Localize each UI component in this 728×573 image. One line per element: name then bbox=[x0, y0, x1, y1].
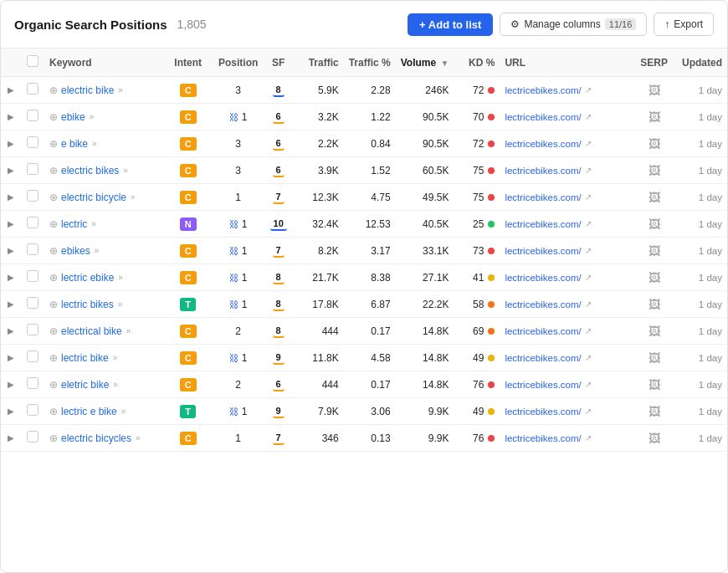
url-link[interactable]: lectricebikes.com/ bbox=[505, 299, 581, 310]
url-link[interactable]: lectricebikes.com/ bbox=[505, 85, 581, 95]
url-link[interactable]: lectricebikes.com/ bbox=[505, 219, 581, 229]
add-keyword-icon[interactable]: ⊕ bbox=[49, 325, 58, 337]
serp-icon[interactable]: 🖼 bbox=[649, 191, 660, 204]
keyword-text[interactable]: electric bikes bbox=[61, 165, 119, 177]
serp-icon[interactable]: 🖼 bbox=[649, 217, 660, 231]
keyword-text[interactable]: electric bike bbox=[61, 84, 114, 96]
keyword-text[interactable]: eletric bike bbox=[61, 379, 109, 391]
expand-button[interactable]: ▶ bbox=[6, 432, 16, 444]
expand-button[interactable]: ▶ bbox=[6, 217, 16, 230]
serp-icon[interactable]: 🖼 bbox=[649, 110, 660, 124]
row-checkbox[interactable] bbox=[27, 404, 38, 416]
add-keyword-icon[interactable]: ⊕ bbox=[49, 272, 58, 284]
th-position[interactable]: Position bbox=[213, 49, 264, 77]
row-checkbox[interactable] bbox=[27, 243, 38, 255]
serp-icon[interactable]: 🖼 bbox=[649, 298, 660, 311]
expand-button[interactable]: ▶ bbox=[6, 271, 16, 284]
url-link[interactable]: lectricebikes.com/ bbox=[505, 407, 581, 417]
expand-button[interactable]: ▶ bbox=[6, 191, 16, 203]
add-keyword-icon[interactable]: ⊕ bbox=[49, 432, 58, 444]
th-kd[interactable]: KD % bbox=[454, 49, 500, 77]
serp-icon[interactable]: 🖼 bbox=[649, 271, 660, 284]
row-checkbox[interactable] bbox=[27, 163, 38, 175]
serp-icon[interactable]: 🖼 bbox=[649, 325, 660, 338]
row-checkbox[interactable] bbox=[27, 431, 38, 443]
add-keyword-icon[interactable]: ⊕ bbox=[49, 192, 58, 203]
serp-icon[interactable]: 🖼 bbox=[649, 378, 660, 391]
keyword-text[interactable]: electric bicycle bbox=[61, 192, 126, 203]
row-checkbox[interactable] bbox=[27, 297, 38, 309]
expand-button[interactable]: ▶ bbox=[6, 244, 16, 257]
th-select-all[interactable] bbox=[21, 49, 44, 77]
url-link[interactable]: lectricebikes.com/ bbox=[505, 192, 581, 202]
keyword-text[interactable]: ebikes bbox=[61, 245, 90, 257]
keyword-text[interactable]: electrical bike bbox=[61, 325, 122, 337]
th-traffic[interactable]: Traffic bbox=[294, 49, 344, 77]
select-all-checkbox[interactable] bbox=[27, 55, 38, 67]
keyword-text[interactable]: lectric e bike bbox=[61, 406, 117, 417]
row-checkbox[interactable] bbox=[27, 377, 38, 389]
row-checkbox[interactable] bbox=[27, 350, 38, 362]
th-sf[interactable]: SF bbox=[264, 49, 294, 77]
expand-button[interactable]: ▶ bbox=[6, 378, 16, 391]
th-traffic-pct[interactable]: Traffic % bbox=[344, 49, 396, 77]
expand-button[interactable]: ▶ bbox=[6, 298, 16, 310]
row-checkbox[interactable] bbox=[27, 324, 38, 335]
add-keyword-icon[interactable]: ⊕ bbox=[49, 299, 58, 310]
serp-icon[interactable]: 🖼 bbox=[649, 137, 660, 151]
th-url[interactable]: URL bbox=[500, 49, 635, 77]
expand-button[interactable]: ▶ bbox=[6, 84, 16, 96]
row-checkbox[interactable] bbox=[27, 83, 38, 95]
url-link[interactable]: lectricebikes.com/ bbox=[505, 166, 581, 176]
th-volume[interactable]: Volume ▼ bbox=[396, 49, 454, 77]
keyword-text[interactable]: lectric bbox=[61, 218, 87, 230]
expand-button[interactable]: ▶ bbox=[6, 137, 16, 150]
url-link[interactable]: lectricebikes.com/ bbox=[505, 380, 581, 390]
row-checkbox[interactable] bbox=[27, 270, 38, 282]
url-link[interactable]: lectricebikes.com/ bbox=[505, 273, 581, 283]
add-keyword-icon[interactable]: ⊕ bbox=[49, 406, 58, 417]
keyword-text[interactable]: lectric bike bbox=[61, 352, 109, 364]
add-keyword-icon[interactable]: ⊕ bbox=[49, 245, 58, 257]
url-link[interactable]: lectricebikes.com/ bbox=[505, 112, 581, 122]
th-intent[interactable]: Intent bbox=[163, 49, 213, 77]
add-keyword-icon[interactable]: ⊕ bbox=[49, 218, 58, 230]
keyword-text[interactable]: electric bicycles bbox=[61, 432, 131, 444]
th-updated[interactable]: Updated bbox=[673, 49, 727, 77]
serp-icon[interactable]: 🖼 bbox=[649, 84, 660, 97]
manage-columns-button[interactable]: ⚙ Manage columns 11/16 bbox=[500, 13, 647, 36]
expand-button[interactable]: ▶ bbox=[6, 110, 16, 123]
add-keyword-icon[interactable]: ⊕ bbox=[49, 352, 58, 364]
row-checkbox[interactable] bbox=[27, 110, 38, 121]
th-keyword[interactable]: Keyword bbox=[44, 49, 163, 77]
add-keyword-icon[interactable]: ⊕ bbox=[49, 84, 58, 96]
serp-icon[interactable]: 🖼 bbox=[649, 351, 660, 365]
url-link[interactable]: lectricebikes.com/ bbox=[505, 139, 581, 149]
keyword-text[interactable]: e bike bbox=[61, 138, 88, 150]
url-link[interactable]: lectricebikes.com/ bbox=[505, 353, 581, 363]
keyword-text[interactable]: lectric ebike bbox=[61, 272, 114, 284]
serp-icon[interactable]: 🖼 bbox=[649, 164, 660, 177]
url-link[interactable]: lectricebikes.com/ bbox=[505, 433, 581, 443]
add-keyword-icon[interactable]: ⊕ bbox=[49, 379, 58, 391]
serp-icon[interactable]: 🖼 bbox=[649, 244, 660, 258]
url-link[interactable]: lectricebikes.com/ bbox=[505, 326, 581, 336]
keyword-text[interactable]: lectric bikes bbox=[61, 299, 114, 310]
add-keyword-icon[interactable]: ⊕ bbox=[49, 111, 58, 123]
export-button[interactable]: ↑ Export bbox=[654, 13, 714, 36]
th-serp[interactable]: SERP bbox=[635, 49, 673, 77]
add-to-list-button[interactable]: + Add to list bbox=[408, 13, 493, 36]
add-keyword-icon[interactable]: ⊕ bbox=[49, 138, 58, 150]
url-link[interactable]: lectricebikes.com/ bbox=[505, 246, 581, 256]
serp-icon[interactable]: 🖼 bbox=[649, 405, 660, 418]
expand-button[interactable]: ▶ bbox=[6, 351, 16, 364]
row-checkbox[interactable] bbox=[27, 190, 38, 202]
add-keyword-icon[interactable]: ⊕ bbox=[49, 165, 58, 177]
serp-icon[interactable]: 🖼 bbox=[649, 432, 660, 445]
row-checkbox[interactable] bbox=[27, 217, 38, 228]
expand-button[interactable]: ▶ bbox=[6, 325, 16, 337]
expand-button[interactable]: ▶ bbox=[6, 164, 16, 177]
expand-button[interactable]: ▶ bbox=[6, 405, 16, 417]
row-checkbox[interactable] bbox=[27, 136, 38, 148]
keyword-text[interactable]: ebike bbox=[61, 111, 85, 123]
